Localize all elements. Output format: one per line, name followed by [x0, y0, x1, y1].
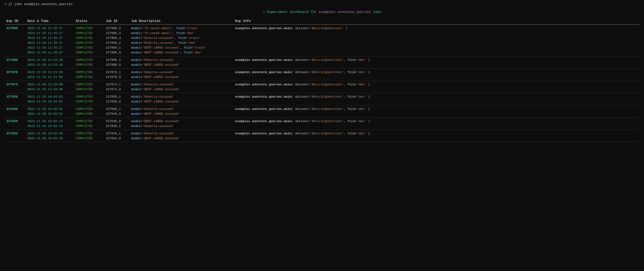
dashboard-title: ✦ Experiment Dashboard for examples.anno…	[4, 10, 640, 14]
status-value: COMPLETED	[76, 32, 93, 35]
cell-expid	[4, 50, 26, 56]
cell-expid: 227846	[4, 118, 26, 124]
cell-status: COMPLETED	[74, 36, 104, 41]
cell-status: COMPLETED	[74, 56, 104, 63]
command-text: jt jobs examples.annotate_queries	[8, 2, 72, 6]
cell-datetime: 2022-11-28 10:02:12	[26, 124, 74, 130]
cell-expid	[4, 111, 26, 118]
cell-datetime: 2022-11-28 10:01:34	[26, 136, 74, 142]
datetime-value: 2022-11-28 10:02:12	[27, 124, 63, 128]
cell-datetime: 2022-11-28 11:21:16	[26, 62, 74, 69]
status-value: COMPLETED	[76, 124, 93, 128]
cell-jobdesc: model='Roberta-uncased'	[129, 124, 233, 130]
cell-jobid: 227846_0	[104, 118, 129, 124]
datetime-value: 2022-11-28 11:21:16	[27, 58, 63, 62]
cell-expid	[4, 87, 26, 93]
cell-expid	[4, 36, 26, 41]
jobdesc-value: model='Roberta-uncased'	[131, 83, 174, 86]
expinfo-value: examples.annotate_queries.main( dataset=…	[235, 27, 348, 30]
cell-datetime: 2022-11-28 11:35:27	[26, 45, 74, 50]
expinfo-value: examples.annotate_queries.main( dataset=…	[235, 83, 370, 86]
datetime-value: 2022-11-28 11:35:27	[27, 51, 63, 54]
cell-expinfo: examples.annotate_queries.main( dataset=…	[233, 56, 640, 63]
cell-jobdesc: model='BERT-LARGE-uncased'	[129, 111, 233, 118]
datetime-value: 2022-11-28 10:02:51	[27, 112, 63, 116]
datetime-value: 2022-11-28 11:35:27	[27, 41, 63, 45]
datetime-value: 2022-11-28 10:02:12	[27, 120, 63, 123]
datetime-value: 2022-11-28 11:35:27	[27, 36, 63, 40]
table-row: 2022-11-28 10:02:51COMPLETED227848_0mode…	[4, 111, 640, 118]
cell-datetime: 2022-11-28 10:02:51	[26, 111, 74, 118]
cell-datetime: 2022-11-28 11:35:27	[26, 36, 74, 41]
table-row: 2278482022-11-28 10:02:51COMPLETED227848…	[4, 105, 640, 112]
cell-expinfo: examples.annotate_queries.main( dataset=…	[233, 69, 640, 75]
title-icon: ✦	[263, 10, 265, 14]
cell-datetime: 2022-11-28 10:04:03	[26, 93, 74, 99]
header-expinfo: Exp Info	[233, 18, 640, 25]
cell-jobid: 227850_1	[104, 93, 129, 99]
status-value: COMPLETED	[76, 58, 93, 62]
jobdesc-value: model='Roberta-uncased'	[131, 132, 174, 135]
table-row: 2022-11-28 11:35:27COMPLETED227886_1mode…	[4, 45, 640, 50]
cell-jobdesc: model='T5-cased-small', fold='dev'	[129, 31, 233, 36]
cell-jobid: 227886_1	[104, 45, 129, 50]
table-row: 2278802022-11-28 11:21:16COMPLETED227880…	[4, 56, 640, 63]
cell-expinfo	[233, 87, 640, 93]
cell-expid: 227874	[4, 81, 26, 87]
exp-id-value: 227848	[6, 107, 18, 111]
cell-status: COMPLETED	[74, 136, 104, 142]
cell-jobdesc: model='BERT-LARGE-uncased'	[129, 136, 233, 142]
datetime-value: 2022-11-28 11:35:27	[27, 32, 63, 35]
table-row: 2278782022-11-28 11:21:06COMPLETED227878…	[4, 69, 640, 75]
status-value: COMPLETED	[76, 51, 93, 54]
cell-datetime: 2022-11-28 10:02:12	[26, 118, 74, 124]
status-value: COMPLETED	[76, 46, 93, 50]
cell-expid: 227844	[4, 130, 26, 136]
table-body: 2278862022-11-28 11:35:27COMPLETED227886…	[4, 25, 640, 142]
cell-expinfo	[233, 62, 640, 69]
jobid-value: 227850_0	[106, 100, 121, 103]
table-row: 2278862022-11-28 11:35:27COMPLETED227886…	[4, 25, 640, 31]
jobid-value: 227886_4	[106, 32, 121, 35]
cell-jobid: 227850_0	[104, 99, 129, 105]
datetime-value: 2022-11-28 10:04:03	[27, 100, 63, 103]
expinfo-value: examples.annotate_queries.main( dataset=…	[235, 120, 370, 123]
cell-expid	[4, 124, 26, 130]
jobid-value: 227874_1	[106, 83, 121, 86]
cell-datetime: 2022-11-28 10:04:03	[26, 99, 74, 105]
cell-expinfo: examples.annotate_queries.main( dataset=…	[233, 105, 640, 112]
status-value: COMPLETED	[76, 95, 93, 99]
cell-expinfo	[233, 45, 640, 50]
cell-jobid: 227886_4	[104, 31, 129, 36]
cell-jobid: 227886_5	[104, 25, 129, 31]
cell-jobid: 227844_1	[104, 130, 129, 136]
cell-jobdesc: model='BERT-LARGE-uncased', fold='dev'	[129, 50, 233, 56]
cell-expinfo	[233, 111, 640, 118]
jobdesc-value: model='Roberta-uncased', fold='train'	[131, 36, 200, 40]
status-value: COMPLETED	[76, 75, 93, 79]
cell-datetime: 2022-11-28 11:18:08	[26, 87, 74, 93]
cell-expinfo: examples.annotate_queries.main( dataset=…	[233, 118, 640, 124]
header-status: Status	[74, 18, 104, 25]
jobid-value: 227880_1	[106, 58, 121, 62]
jobid-value: 227878_1	[106, 71, 121, 74]
status-value: COMPLETED	[76, 41, 93, 45]
jobid-value: 227886_0	[106, 51, 121, 54]
jobdesc-value: model='Roberta-uncased'	[131, 71, 174, 74]
header-jobid: Job ID	[104, 18, 129, 25]
jobdesc-value: model='T5-cased-small', fold='train'	[131, 27, 199, 30]
expinfo-value: examples.annotate_queries.main( dataset=…	[235, 95, 370, 99]
jobdesc-value: model='Roberta-uncased'	[131, 58, 174, 62]
title-suffix: jobs	[371, 10, 381, 14]
datetime-value: 2022-11-28 11:35:27	[27, 46, 63, 50]
cell-jobdesc: model='BERT-LARGE-uncased'	[129, 99, 233, 105]
status-value: COMPLETED	[76, 137, 93, 140]
cell-datetime: 2022-11-28 11:35:27	[26, 31, 74, 36]
jobid-value: 227874_0	[106, 88, 121, 91]
cell-status: COMPLETED	[74, 99, 104, 105]
cell-jobid: 227874_0	[104, 87, 129, 93]
cell-datetime: 2022-11-28 11:21:06	[26, 69, 74, 75]
header-datetime: Date & Time	[26, 18, 74, 25]
cell-expinfo	[233, 41, 640, 45]
cell-expinfo: examples.annotate_queries.main( dataset=…	[233, 130, 640, 136]
